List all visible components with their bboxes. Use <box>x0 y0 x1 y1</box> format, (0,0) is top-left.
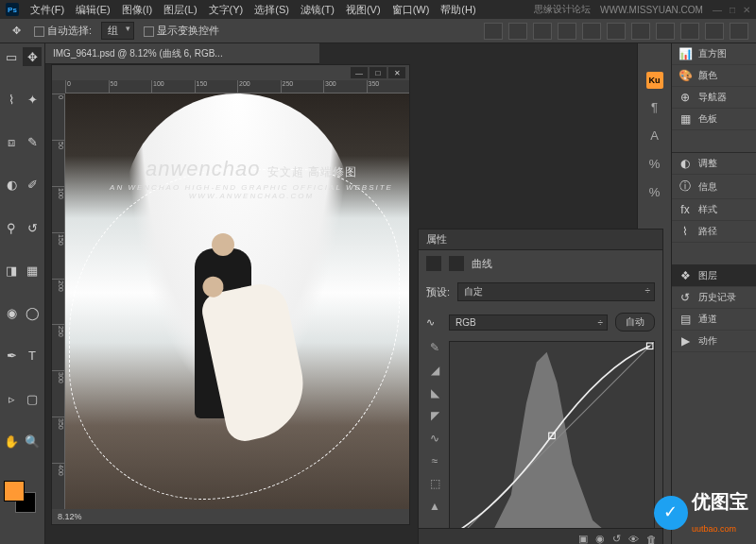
curve-sampler-icon[interactable]: ✎ <box>426 341 443 356</box>
align-icon[interactable] <box>558 23 576 40</box>
window-close-icon[interactable]: ✕ <box>743 5 750 15</box>
menu-file[interactable]: 文件(F) <box>26 1 68 19</box>
paragraph-icon[interactable]: ¶ <box>646 100 663 117</box>
pencil-curve-icon[interactable]: ∿ <box>426 432 443 447</box>
site-brand-watermark: 优图宝uutbao.com <box>654 489 748 536</box>
document-window-titlebar[interactable]: — □ ✕ <box>52 65 409 80</box>
smooth-curve-icon[interactable]: ≈ <box>426 454 443 469</box>
character-icon[interactable]: A <box>646 128 663 145</box>
type-tool-icon[interactable]: T <box>23 347 42 366</box>
channel-select[interactable]: RGB <box>449 314 608 331</box>
ruler-vertical[interactable]: 050100150200250300350400 <box>52 94 65 509</box>
menu-window[interactable]: 窗口(W) <box>388 1 434 19</box>
doc-close-icon[interactable]: ✕ <box>388 67 405 78</box>
hand-tool-icon[interactable]: ✋ <box>2 432 21 450</box>
view-previous-icon[interactable]: ◉ <box>595 533 605 544</box>
menu-image[interactable]: 图像(I) <box>118 1 156 19</box>
menu-view[interactable]: 视图(V) <box>342 1 385 19</box>
menu-type[interactable]: 文字(Y) <box>205 1 248 19</box>
panel-channels[interactable]: ▤通道 <box>672 309 756 331</box>
distribute-icon[interactable] <box>705 23 724 40</box>
align-icon[interactable] <box>533 23 552 40</box>
curves-graph[interactable] <box>449 341 655 530</box>
align-icon[interactable] <box>607 23 626 40</box>
brush-tool-icon[interactable]: ✐ <box>23 176 42 195</box>
color-swatches[interactable] <box>2 481 40 518</box>
window-maximize-icon[interactable]: □ <box>730 5 735 15</box>
foreground-color-swatch[interactable] <box>4 481 25 502</box>
healing-tool-icon[interactable]: ◐ <box>2 176 21 195</box>
distribute-icon[interactable] <box>656 23 675 40</box>
move-tool-icon[interactable]: ✥ <box>23 47 42 66</box>
history-brush-tool-icon[interactable]: ↺ <box>23 218 42 237</box>
distribute-icon[interactable] <box>730 23 748 40</box>
opacity-icon[interactable]: % <box>646 157 663 174</box>
shape-tool-icon[interactable]: ▢ <box>23 389 42 408</box>
properties-tab[interactable]: 属性 <box>419 230 662 250</box>
doc-maximize-icon[interactable]: □ <box>369 67 387 78</box>
zoom-tool-icon[interactable]: 🔍 <box>23 432 42 450</box>
dodge-tool-icon[interactable]: ◯ <box>23 304 42 323</box>
site-url: WWW.MISSYUAN.COM <box>600 5 703 15</box>
preset-select[interactable]: 自定 <box>457 282 655 301</box>
panel-paths[interactable]: ⌇路径 <box>672 221 756 243</box>
autoselect-checkbox[interactable]: 自动选择: <box>34 24 92 38</box>
auto-button[interactable]: 自动 <box>615 313 655 332</box>
path-tool-icon[interactable]: ▹ <box>2 389 21 408</box>
panel-styles[interactable]: fx样式 <box>672 199 756 221</box>
window-minimize-icon[interactable]: — <box>713 5 722 15</box>
ruler-horizontal[interactable]: 050100150200250300350 <box>65 80 409 94</box>
visibility-icon[interactable]: 👁 <box>628 534 639 545</box>
panel-color[interactable]: 🎨颜色 <box>672 65 756 87</box>
menu-select[interactable]: 选择(S) <box>250 1 293 19</box>
fill-icon[interactable]: % <box>646 185 663 202</box>
crop-tool-icon[interactable]: ⧈ <box>2 133 21 152</box>
kuler-icon[interactable]: Ku <box>646 72 663 89</box>
document-tab[interactable]: IMG_9641.psd @ 8.12% (曲线 6, RGB... <box>45 43 319 64</box>
pen-tool-icon[interactable]: ✒ <box>2 347 21 366</box>
clip-layer-icon[interactable]: ▣ <box>578 533 588 544</box>
align-icon[interactable] <box>508 23 527 40</box>
menu-filter[interactable]: 滤镜(T) <box>297 1 338 19</box>
doc-minimize-icon[interactable]: — <box>351 67 368 78</box>
options-bar: ✥ 自动选择: 组 显示变换控件 <box>0 19 756 43</box>
panel-history[interactable]: ↺历史记录 <box>672 287 756 309</box>
swatches-icon: ▦ <box>678 112 693 126</box>
eyedropper-tool-icon[interactable]: ✎ <box>23 133 42 152</box>
panel-info[interactable]: ⓘ信息 <box>672 175 756 199</box>
zoom-level[interactable]: 8.12% <box>58 512 82 521</box>
panel-navigator[interactable]: ⊕导航器 <box>672 87 756 109</box>
panel-layers[interactable]: ❖图层 <box>672 265 756 287</box>
magic-wand-tool-icon[interactable]: ✦ <box>23 90 42 109</box>
showtransform-checkbox[interactable]: 显示变换控件 <box>144 24 219 38</box>
curves-options-icon[interactable]: ▲ <box>426 500 443 515</box>
white-point-icon[interactable]: ◢ <box>426 364 443 379</box>
autoselect-mode-select[interactable]: 组 <box>101 22 134 40</box>
panel-swatches[interactable]: ▦色板 <box>672 109 756 130</box>
distribute-icon[interactable] <box>631 23 650 40</box>
panel-dock: 📊直方图 🎨颜色 ⊕导航器 ▦色板 ◐调整 ⓘ信息 fx样式 ⌇路径 ❖图层 ↺… <box>671 43 756 544</box>
mask-icon[interactable] <box>449 256 464 271</box>
lasso-tool-icon[interactable]: ⌇ <box>2 90 21 109</box>
menu-help[interactable]: 帮助(H) <box>437 1 479 19</box>
point-curve-icon[interactable]: ∿ <box>426 316 441 329</box>
menu-layer[interactable]: 图层(L) <box>160 1 200 19</box>
eraser-tool-icon[interactable]: ◨ <box>2 261 21 280</box>
panel-adjustments[interactable]: ◐调整 <box>672 153 756 175</box>
reset-icon[interactable]: ↺ <box>612 533 621 544</box>
distribute-icon[interactable] <box>680 23 699 40</box>
menu-edit[interactable]: 编辑(E) <box>72 1 114 19</box>
marquee-tool-icon[interactable]: ▭ <box>2 47 21 66</box>
panel-histogram[interactable]: 📊直方图 <box>672 43 756 65</box>
black-point-icon[interactable]: ◤ <box>426 409 443 424</box>
align-icon[interactable] <box>582 23 601 40</box>
align-icon[interactable] <box>484 23 503 40</box>
move-tool-icon[interactable]: ✥ <box>8 23 25 40</box>
gradient-tool-icon[interactable]: ▦ <box>23 261 42 280</box>
stamp-tool-icon[interactable]: ⚲ <box>2 218 21 237</box>
panel-actions[interactable]: ▶动作 <box>672 331 756 352</box>
gray-point-icon[interactable]: ◣ <box>426 386 443 401</box>
clip-display-icon[interactable]: ⬚ <box>426 477 443 492</box>
canvas-image[interactable] <box>65 94 409 509</box>
blur-tool-icon[interactable]: ◉ <box>2 304 21 323</box>
